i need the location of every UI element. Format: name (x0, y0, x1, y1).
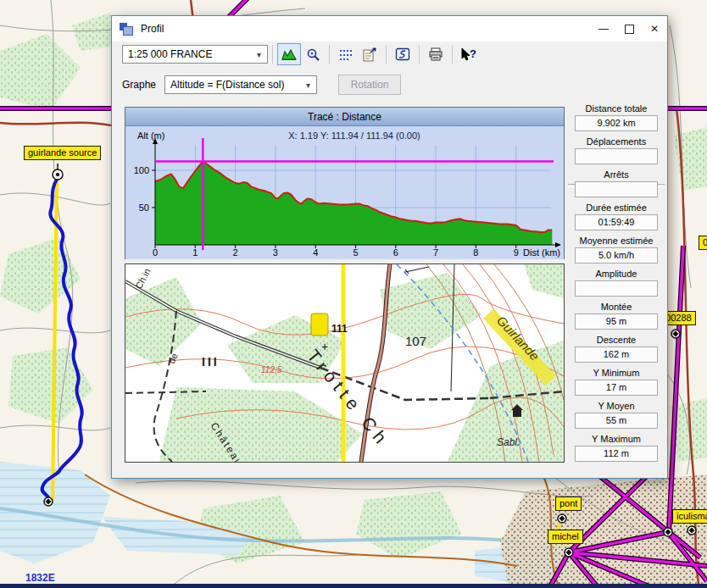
stat-label: Déplacements (572, 136, 660, 147)
curve-icon (395, 47, 410, 61)
stat-value: 112 m (575, 446, 658, 462)
stat-value (575, 148, 658, 164)
print-icon (428, 47, 443, 61)
svg-text:0: 0 (153, 247, 158, 258)
label-iii: III (202, 355, 220, 369)
properties-button[interactable] (358, 43, 381, 65)
toolbar-separator (272, 45, 273, 64)
stat-group: Distance totale9.902 km (572, 103, 660, 131)
detail-map-panel: 111 + Ch.in de III 112,5 Trotte Ch Châte… (125, 263, 565, 463)
svg-text:9: 9 (514, 247, 519, 258)
zoom-icon (306, 47, 320, 62)
chart-header: Tracé : Distance (125, 108, 564, 126)
map-scale-value: 1:25 000 FRANCE (128, 48, 212, 60)
app-icon (120, 23, 133, 35)
point-list-icon (339, 48, 354, 61)
close-button[interactable]: ✕ (642, 16, 667, 42)
taskbar-edge (0, 584, 707, 588)
stat-value: 162 m (575, 347, 658, 363)
graphe-label: Graphe (122, 79, 156, 91)
svg-text:5: 5 (353, 247, 358, 258)
stat-group: Montée95 m (572, 301, 660, 330)
chevron-down-icon: ▾ (306, 80, 310, 90)
svg-text:2: 2 (233, 247, 238, 258)
minimize-button[interactable]: — (591, 16, 616, 42)
svg-text:6: 6 (393, 247, 398, 258)
toolbar-separator (386, 45, 387, 64)
graph-type-select[interactable]: Altitude = F(Distance sol) ▾ (164, 75, 317, 94)
stat-label: Distance totale (572, 103, 660, 114)
detail-route-line (342, 264, 346, 462)
stat-group: Descente162 m (572, 334, 660, 363)
elevation-chart-panel: Tracé : Distance 012345678950100 Alt (m)… (125, 107, 565, 259)
profile-chart-button[interactable] (277, 43, 301, 65)
point-list-button[interactable] (334, 43, 358, 65)
chart-crosshair-readout: X: 1.19 Y: 111.94 / 111.94 (0.00) (288, 130, 420, 141)
stat-label: Y Moyen (572, 400, 660, 412)
label-112-5: 112,5 (261, 365, 282, 374)
maximize-button[interactable] (616, 16, 642, 42)
help-button[interactable]: ? (457, 43, 481, 65)
map-label-partial[interactable]: 0 (699, 236, 707, 250)
svg-text:4: 4 (313, 247, 318, 258)
chart-area-series (155, 161, 552, 245)
svg-text:3: 3 (273, 247, 278, 258)
map-scale-select[interactable]: 1:25 000 FRANCE ▾ (122, 45, 268, 64)
toolbar-separator (419, 45, 420, 64)
waypoint-iculisma-2 (688, 526, 696, 535)
stat-label: Descente (572, 334, 660, 346)
stat-value: 5.0 km/h (575, 247, 658, 263)
graph-type-value: Altitude = F(Distance sol) (170, 79, 284, 91)
stat-label: Moyenne estimée (572, 235, 660, 247)
map-label-pont[interactable]: pont (555, 496, 582, 511)
stat-value: 95 m (575, 313, 658, 330)
stat-group: Amplitude (572, 268, 660, 297)
urban-area (500, 474, 707, 588)
print-button[interactable] (424, 43, 448, 65)
chevron-down-icon: ▾ (257, 50, 261, 59)
stat-group: Moyenne estimée5.0 km/h (572, 235, 660, 263)
dialog-titlebar[interactable]: Profil — ✕ (112, 16, 667, 42)
stat-label: Y Maximum (572, 433, 660, 445)
profil-dialog: Profil — ✕ 1:25 000 FRANCE ▾ (111, 15, 668, 479)
zoom-button[interactable] (301, 43, 325, 65)
graphe-row: Graphe Altitude = F(Distance sol) ▾ Rota… (112, 74, 667, 96)
svg-text:7: 7 (433, 247, 438, 258)
svg-text:1: 1 (192, 247, 198, 258)
map-sheet-id: 1832E (25, 572, 55, 584)
stat-label: Montée (572, 301, 660, 313)
waypoint-000288 (671, 330, 680, 338)
elevation-chart[interactable]: 012345678950100 Alt (m) X: 1.19 Y: 111.9… (125, 126, 564, 259)
stat-value: 9.902 km (575, 115, 658, 131)
chart-title: Tracé : Distance (308, 111, 381, 123)
stats-panel: Distance totale9.902 kmDéplacementsArrêt… (572, 103, 660, 466)
map-label-michel[interactable]: michel (548, 530, 583, 544)
profile-chart-icon (281, 47, 297, 61)
detail-topo-map: 111 + Ch.in de III 112,5 Trotte Ch Châte… (125, 264, 564, 462)
map-label-iculisma[interactable]: iculisma (672, 509, 707, 524)
toolbar-separator (452, 45, 453, 64)
stat-group: Durée estimée01:59:49 (572, 202, 660, 230)
stat-value: 55 m (575, 413, 658, 429)
detail-spot-111: 111 (331, 323, 348, 335)
chart-xlabel: Dist (km) (523, 247, 560, 258)
rotation-button[interactable]: Rotation (338, 75, 401, 95)
stat-value: 17 m (575, 380, 658, 396)
stat-label: Amplitude (572, 268, 660, 280)
stat-label: Durée estimée (572, 202, 660, 214)
stat-group: Déplacements (572, 136, 660, 164)
detail-position-marker (311, 313, 328, 336)
waypoint-pont (558, 514, 566, 523)
stat-value (575, 181, 658, 197)
stat-label: Arrêts (572, 169, 660, 180)
stat-label: Y Minimum (572, 367, 660, 379)
label-107: 107 (405, 334, 426, 348)
dialog-title: Profil (141, 23, 164, 35)
curve-button[interactable] (391, 43, 415, 65)
waypoint-michel (565, 548, 573, 557)
properties-icon (362, 47, 377, 62)
stat-group: Y Minimum17 m (572, 367, 660, 396)
map-label-guirlande-source[interactable]: guirlande source (24, 146, 101, 160)
stat-group: Arrêts (572, 169, 660, 197)
svg-text:100: 100 (134, 165, 149, 175)
